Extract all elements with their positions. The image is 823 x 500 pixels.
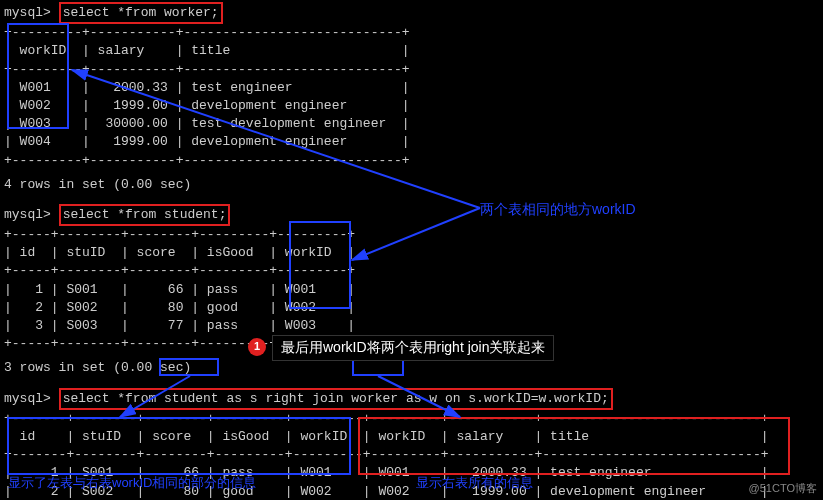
annotation-bottom-right: 显示右表所有的信息 — [416, 474, 533, 492]
query1-line: mysql> select *from worker; — [4, 2, 819, 24]
table-row: +---------+-----------+-----------------… — [4, 152, 819, 170]
query2-sql: select *from student; — [59, 204, 231, 226]
step-badge: 1 — [248, 338, 266, 356]
table-row: +-----+--------+--------+---------+-----… — [4, 262, 819, 280]
annotation-step-text: 最后用workID将两个表用right join关联起来 — [272, 335, 554, 361]
annotation-bottom-left: 显示了左表与右表workID相同的部分的信息 — [8, 474, 256, 492]
table-row: +---------+-----------+-----------------… — [4, 24, 819, 42]
query2-line: mysql> select *from student; — [4, 204, 819, 226]
query1-sql: select *from worker; — [59, 2, 223, 24]
table-row: | 1 | S001 | 66 | pass | W001 | — [4, 281, 819, 299]
watermark: @51CTO博客 — [749, 481, 817, 496]
table-row: | W004 | 1999.00 | development engineer … — [4, 133, 819, 151]
table-row: | 2 | S002 | 80 | good | W002 | — [4, 299, 819, 317]
table-row: | W003 | 30000.00 | test development eng… — [4, 115, 819, 133]
table-row: | workID | salary | title | — [4, 42, 819, 60]
query3-sql: select *from student as s right join wor… — [59, 388, 613, 410]
table-row: | W002 | 1999.00 | development engineer … — [4, 97, 819, 115]
highlight-worker-workid — [7, 23, 69, 129]
query1-footer: 4 rows in set (0.00 sec) — [4, 176, 819, 194]
highlight-join-kw-student — [159, 358, 219, 376]
table-row: | id | stuID | score | isGood | workID | — [4, 244, 819, 262]
highlight-student-workid — [289, 221, 351, 309]
table-row: +-----+--------+--------+---------+-----… — [4, 226, 819, 244]
table-row: +---------+-----------+-----------------… — [4, 61, 819, 79]
annotation-same-workid: 两个表相同的地方workID — [480, 200, 636, 220]
table-worker: +---------+-----------+-----------------… — [4, 24, 819, 170]
table-row: | 3 | S003 | 77 | pass | W003 | — [4, 317, 819, 335]
query3-line: mysql> select *from student as s right j… — [4, 388, 819, 410]
highlight-join-left-part — [7, 417, 351, 475]
table-row: | W001 | 2000.33 | test engineer | — [4, 79, 819, 97]
highlight-join-right-part — [358, 417, 790, 475]
query2-footer: 3 rows in set (0.00 sec) — [4, 359, 819, 377]
highlight-join-kw-worker — [352, 358, 404, 376]
